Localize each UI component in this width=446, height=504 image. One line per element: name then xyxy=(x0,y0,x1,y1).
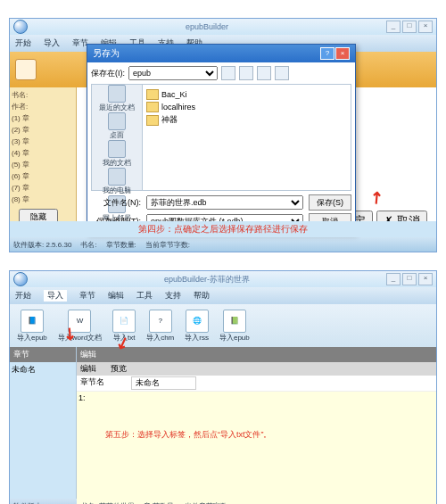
rss-icon: 🌐 xyxy=(186,310,209,333)
import-epub2-button[interactable]: 📗导入epub xyxy=(216,310,253,343)
place-recent[interactable]: 最近的文档 xyxy=(92,85,142,112)
minimize-button[interactable]: _ xyxy=(386,21,401,33)
editor-tabs: 编辑 预览 xyxy=(77,362,436,376)
text-editor[interactable]: 1: 第五步：选择导入标签，然后点“导入txt文件”。 xyxy=(77,392,436,504)
annotation-step5: 第五步：选择导入标签，然后点“导入txt文件”。 xyxy=(105,429,434,441)
save-button[interactable]: 保存(S) xyxy=(309,194,351,211)
save-as-dialog: 另存为 ? × 保存在(I): epub 最近的文档 桌面 我的文档 我的电 xyxy=(87,44,356,234)
import-epub-button[interactable]: 📘导入epub xyxy=(13,310,51,343)
main-split: 章节 未命名 编辑 编辑 预览 章节名 未命名 1: 第五步：选择导入标签，然后… xyxy=(10,347,436,499)
folder-icon xyxy=(146,89,159,100)
maximize-button[interactable]: □ xyxy=(402,273,417,285)
recent-icon xyxy=(108,85,126,103)
import-chm-button[interactable]: ?导入chm xyxy=(143,310,178,343)
status-current: 当前章节字数: xyxy=(145,240,190,250)
app-title: epubBuilder-苏菲的世界 xyxy=(28,274,386,285)
mydocs-icon xyxy=(108,140,126,158)
chapter-name-row: 章节名 未命名 xyxy=(77,376,436,392)
file-list[interactable]: Bac_Ki localhires 神器 xyxy=(143,84,351,191)
place-mydocs[interactable]: 我的文档 xyxy=(92,140,142,168)
close-button[interactable]: × xyxy=(418,273,433,285)
up-icon[interactable] xyxy=(239,66,253,80)
menu-support[interactable]: 支持 xyxy=(165,290,181,302)
statusbar: 软件版本: 2.5.6.30 书名: 章节数量: 当前章节字数: xyxy=(10,237,436,252)
viewmenu-icon[interactable] xyxy=(275,66,289,80)
dialog-toolbar: 保存在(I): epub xyxy=(91,66,351,80)
new-icon xyxy=(15,59,37,80)
menu-chapter[interactable]: 章节 xyxy=(79,290,95,302)
chapter-row[interactable]: (7) 章 xyxy=(12,182,74,194)
window-2: epubBuilder-苏菲的世界 _ □ × 开始 导入 章节 编辑 工具 支… xyxy=(9,270,437,504)
chm-icon: ? xyxy=(149,310,172,333)
tab-edit[interactable]: 编辑 xyxy=(80,363,96,375)
ribbon-new[interactable] xyxy=(15,59,37,80)
desktop-icon xyxy=(108,112,126,130)
status-book: 书名: 苏菲的世界 xyxy=(80,501,134,505)
status-count: 章 节数量: xyxy=(144,501,176,505)
savein-label: 保存在(I): xyxy=(91,68,125,79)
import-rss-button[interactable]: 🌐导入rss xyxy=(181,310,212,343)
chapter-header: 章节 xyxy=(10,347,76,362)
epub2-icon: 📗 xyxy=(223,310,246,333)
folder-item[interactable]: 神器 xyxy=(146,113,347,127)
chapter-row[interactable]: (5) 章 xyxy=(12,159,74,170)
field-bookname: 书名: xyxy=(12,89,74,101)
tab-preview[interactable]: 预览 xyxy=(111,363,127,375)
editor-panel: 编辑 编辑 预览 章节名 未命名 1: 第五步：选择导入标签，然后点“导入txt… xyxy=(77,347,436,499)
menu-help[interactable]: 帮助 xyxy=(194,290,210,302)
savein-select[interactable]: epub xyxy=(128,66,218,80)
mycomputer-icon xyxy=(108,168,126,186)
epub-icon: 📘 xyxy=(21,310,44,333)
window-1: epubBuilder _ □ × 开始 导入 章节 编辑 工具 支持 帮助 书… xyxy=(9,18,437,252)
menubar: 开始 导入 章节 编辑 工具 支持 帮助 xyxy=(10,287,436,304)
chapter-row[interactable]: (2) 章 xyxy=(12,124,74,136)
folder-item[interactable]: Bac_Ki xyxy=(146,88,347,101)
app-title: epubBuilder xyxy=(28,22,386,31)
annotation-step4: 第四步：点确定之后选择保存路径进行保存 xyxy=(10,221,436,237)
chapter-row[interactable]: (8) 章 xyxy=(12,194,74,205)
folder-item[interactable]: localhires xyxy=(146,101,347,113)
place-desktop[interactable]: 桌面 xyxy=(92,112,142,140)
titlebar: epubBuilder _ □ × xyxy=(10,19,436,35)
chapter-name-label: 章节名 xyxy=(80,376,104,390)
status-book: 书名: xyxy=(80,240,96,250)
titlebar: epubBuilder-苏菲的世界 _ □ × xyxy=(10,271,436,287)
status-current: 当前章节字数: xyxy=(185,501,229,505)
dialog-help-button[interactable]: ? xyxy=(320,47,334,60)
field-author: 作者: xyxy=(12,101,74,112)
menu-start[interactable]: 开始 xyxy=(15,37,31,49)
dialog-titlebar: 另存为 ? × xyxy=(87,45,355,62)
folder-icon xyxy=(146,102,159,112)
menu-import[interactable]: 导入 xyxy=(44,37,60,49)
chapter-panel: 章节 未命名 xyxy=(10,347,77,499)
line-number: 1: xyxy=(78,393,86,402)
chapter-item[interactable]: 未命名 xyxy=(10,362,76,377)
chapter-row[interactable]: (6) 章 xyxy=(12,170,74,182)
status-version: 软件版本: 2.5.6.30 xyxy=(13,240,71,250)
chapter-row[interactable]: (4) 章 xyxy=(12,147,74,159)
menu-edit[interactable]: 编辑 xyxy=(108,290,124,302)
chapter-row[interactable]: (1) 章 xyxy=(12,112,74,124)
close-button[interactable]: × xyxy=(418,21,433,33)
dialog-close-button[interactable]: × xyxy=(335,47,350,60)
left-panel: 书名: 作者: (1) 章 (2) 章 (3) 章 (4) 章 (5) 章 (6… xyxy=(10,87,77,221)
maximize-button[interactable]: □ xyxy=(402,21,417,33)
chapter-row[interactable]: (3) 章 xyxy=(12,136,74,147)
app-orb-icon[interactable] xyxy=(13,20,28,34)
txt-icon: 📄 xyxy=(112,310,136,333)
menu-start[interactable]: 开始 xyxy=(15,290,31,302)
filename-input[interactable]: 苏菲的世界.edb xyxy=(146,195,303,210)
back-icon[interactable] xyxy=(221,66,235,80)
status-version: 软件版本: 2.5.6.30 xyxy=(13,501,71,505)
minimize-button[interactable]: _ xyxy=(386,273,401,285)
filename-label: 文件名(N): xyxy=(91,197,141,209)
place-mycomputer[interactable]: 我的电脑 xyxy=(92,168,142,195)
places-bar: 最近的文档 桌面 我的文档 我的电脑 网上邻居 xyxy=(91,84,143,191)
menu-tools[interactable]: 工具 xyxy=(136,290,153,302)
menu-import[interactable]: 导入 xyxy=(44,290,67,302)
newfolder-icon[interactable] xyxy=(257,66,271,80)
status-count: 章节数量: xyxy=(106,240,136,250)
app-orb-icon[interactable] xyxy=(13,272,28,286)
chapter-name-input[interactable]: 未命名 xyxy=(131,376,196,390)
folder-icon xyxy=(146,115,159,126)
